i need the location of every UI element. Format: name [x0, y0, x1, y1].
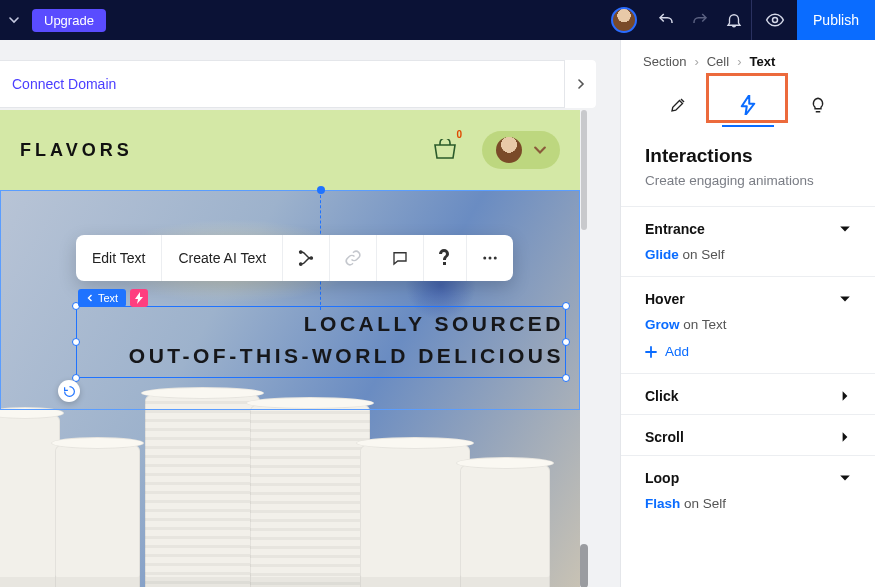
help-button[interactable] — [424, 235, 467, 281]
canvas-scrollbar[interactable] — [580, 110, 588, 587]
panel-subtitle: Create engaging animations — [645, 173, 851, 188]
cart-button[interactable]: 0 — [432, 139, 458, 161]
chevron-down-icon — [534, 144, 546, 156]
selection-chip-label: Text — [98, 292, 118, 304]
entrance-toggle[interactable]: Entrance — [621, 207, 875, 247]
domain-bar-expand[interactable] — [564, 60, 596, 108]
loop-anim-link[interactable]: Flash — [645, 496, 680, 511]
element-context-toolbar: Edit Text Create AI Text — [76, 235, 513, 281]
interaction-indicator-chip[interactable] — [130, 289, 148, 307]
resize-handle[interactable] — [562, 302, 570, 310]
loop-section: Loop Flash on Self — [621, 455, 875, 517]
tab-interactions[interactable] — [718, 83, 778, 127]
click-section: Click — [621, 373, 875, 414]
svg-point-5 — [489, 257, 492, 260]
caret-down-icon — [839, 472, 851, 484]
loop-toggle[interactable]: Loop — [621, 456, 875, 496]
hover-anim-link[interactable]: Grow — [645, 317, 680, 332]
scroll-toggle[interactable]: Scroll — [621, 415, 875, 455]
app-topbar: Upgrade Publish — [0, 0, 875, 40]
resize-handle[interactable] — [72, 338, 80, 346]
plus-icon — [645, 346, 657, 358]
site-brand: FLAVORS — [20, 140, 133, 161]
publish-button[interactable]: Publish — [797, 0, 875, 40]
hover-target: on Text — [680, 317, 727, 332]
resize-handle[interactable] — [562, 338, 570, 346]
add-hover-animation[interactable]: Add — [645, 344, 851, 359]
bolt-icon — [739, 95, 757, 115]
entrance-section: Entrance Glide on Self — [621, 206, 875, 276]
panel-title: Interactions — [645, 145, 851, 167]
svg-point-2 — [310, 257, 312, 259]
breadcrumb-cell[interactable]: Cell — [707, 54, 729, 69]
hover-title: Hover — [645, 291, 685, 307]
lightbulb-icon — [809, 96, 827, 114]
entrance-title: Entrance — [645, 221, 705, 237]
caret-down-icon — [839, 223, 851, 235]
connect-domain-link[interactable]: Connect Domain — [12, 76, 116, 92]
breadcrumb-section[interactable]: Section — [643, 54, 686, 69]
redo-button — [683, 0, 717, 40]
create-ai-text-button[interactable]: Create AI Text — [162, 235, 283, 281]
resize-handle[interactable] — [562, 374, 570, 382]
upgrade-button[interactable]: Upgrade — [32, 9, 106, 32]
preview-button[interactable] — [751, 0, 797, 40]
click-title: Click — [645, 388, 678, 404]
hover-section: Hover Grow on Text Add — [621, 276, 875, 373]
tab-design[interactable] — [648, 83, 708, 127]
text-selection-box[interactable] — [76, 306, 566, 378]
avatar-icon — [496, 137, 522, 163]
site-user-dropdown[interactable] — [482, 131, 560, 169]
tab-ideas[interactable] — [788, 83, 848, 127]
caret-right-icon — [839, 390, 851, 402]
entrance-anim-link[interactable]: Glide — [645, 247, 679, 262]
loop-title: Loop — [645, 470, 679, 486]
chevron-left-icon — [86, 294, 94, 302]
bolt-icon — [134, 292, 144, 304]
notifications-button[interactable] — [717, 0, 751, 40]
account-avatar[interactable] — [611, 7, 637, 33]
cart-count-badge: 0 — [456, 129, 462, 140]
animation-icon-button[interactable] — [283, 235, 330, 281]
site-header: FLAVORS 0 — [0, 110, 580, 190]
breadcrumb-current: Text — [749, 54, 775, 69]
svg-point-4 — [483, 257, 486, 260]
edit-text-button[interactable]: Edit Text — [76, 235, 162, 281]
breadcrumb: Section › Cell › Text — [621, 40, 875, 77]
entrance-target: on Self — [679, 247, 725, 262]
more-options-button[interactable] — [467, 235, 513, 281]
add-label: Add — [665, 344, 689, 359]
svg-point-1 — [300, 251, 302, 253]
hover-toggle[interactable]: Hover — [621, 277, 875, 317]
scroll-title: Scroll — [645, 429, 684, 445]
caret-right-icon — [839, 431, 851, 443]
loop-target: on Self — [680, 496, 726, 511]
svg-point-0 — [772, 18, 777, 23]
brush-icon — [669, 96, 687, 114]
reset-rotation-button[interactable] — [58, 380, 80, 402]
scroll-section: Scroll — [621, 414, 875, 455]
svg-point-3 — [300, 263, 302, 265]
svg-point-6 — [494, 257, 497, 260]
editor-canvas[interactable]: Connect Domain FLAVORS 0 — [0, 40, 620, 587]
main-menu-dropdown[interactable] — [4, 0, 24, 40]
link-button — [330, 235, 377, 281]
undo-button[interactable] — [649, 0, 683, 40]
comment-button[interactable] — [377, 235, 424, 281]
selection-type-chip[interactable]: Text — [78, 289, 126, 307]
chevron-right-icon: › — [694, 54, 698, 69]
chevron-right-icon: › — [737, 54, 741, 69]
caret-down-icon — [839, 293, 851, 305]
inspector-panel: Section › Cell › Text Interactions Creat… — [620, 40, 875, 587]
domain-bar: Connect Domain — [0, 60, 596, 108]
click-toggle[interactable]: Click — [621, 374, 875, 414]
